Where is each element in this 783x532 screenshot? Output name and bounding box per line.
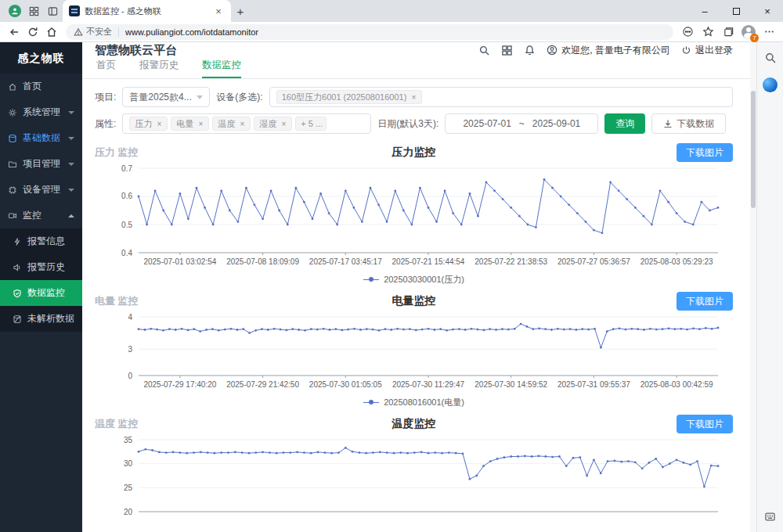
svg-text:2025-07-31 09:55:37: 2025-07-31 09:55:37 [557,380,630,389]
sidebar-item-device[interactable]: 设备管理 [0,177,82,203]
workspaces-icon[interactable] [27,4,41,18]
browser-toolbar: 不安全 www.puliangiot.com/iotdatamonitor 7 [0,22,783,42]
svg-text:0.5: 0.5 [121,221,132,229]
chevron-up-icon [68,214,74,217]
temperature-chart-canvas[interactable]: 35302520 [95,433,729,532]
download-data-button[interactable]: 下载数据 [651,113,726,134]
battery-chart-canvas[interactable]: 4302025-07-29 17:40:202025-07-29 21:42:5… [95,311,729,396]
query-button[interactable]: 查询 [604,113,645,134]
sidebar-item-alarm-history[interactable]: 报警历史 [0,254,82,280]
sidebar-item-project[interactable]: 项目管理 [0,151,82,177]
tab-alarm-history[interactable]: 报警历史 [139,59,179,78]
svg-text:2025-07-29 21:42:50: 2025-07-29 21:42:50 [226,380,299,389]
date-range-input[interactable]: 2025-07-01 ~ 2025-09-01 [445,113,598,134]
refresh-icon[interactable] [23,23,42,41]
gear-icon [8,108,18,117]
chart-legend[interactable]: 202503030001(压力) [95,273,733,286]
header-apps-icon[interactable] [501,45,513,56]
filter-row-2: 属性: 压力× 电量× 温度× 湿度× + 5 ... 日期(默认3天): 20… [95,113,733,134]
sidebar-item-basedata[interactable]: 基础数据 [0,125,82,151]
home-icon [8,82,18,92]
header-bell-icon[interactable] [524,45,536,56]
header-search-icon[interactable] [478,45,490,56]
tag-close-icon[interactable]: × [279,119,288,128]
attribute-multiselect[interactable]: 压力× 电量× 温度× 湿度× + 5 ... [122,113,371,134]
app-root: 感之物联 首页 系统管理 基础数据 项目管理 [0,42,750,532]
close-button[interactable]: × [752,0,783,22]
browser-avatar[interactable]: 7 [739,23,758,41]
svg-text:2025-07-08 18:09:09: 2025-07-08 18:09:09 [226,257,299,266]
tab-data-monitor[interactable]: 数据监控 [202,59,241,78]
browser-tab[interactable]: 数据监控 - 感之物联 × [63,0,231,22]
sidebar-settings-icon[interactable] [763,509,778,524]
date-end[interactable]: 2025-09-01 [532,118,580,129]
minimize-button[interactable]: – [689,0,720,22]
chip-icon [8,185,18,195]
sidebar-item-system[interactable]: 系统管理 [0,99,82,125]
pressure-chart-canvas[interactable]: 0.70.60.50.42025-07-01 03:02:542025-07-0… [95,162,729,273]
app-logo: 感之物联 [0,42,82,74]
chart-title: 温度监控 [95,417,733,431]
home-icon[interactable] [42,23,61,41]
download-image-button[interactable]: 下载图片 [677,143,733,162]
sidebar-item-home[interactable]: 首页 [0,74,82,99]
project-select[interactable]: 普量2025款4... [122,87,210,107]
attr-tag: 压力× [129,117,168,131]
toolbar-right-icons: 7 [678,23,778,41]
attr-tag: 电量× [171,117,209,131]
tag-close-icon[interactable]: × [196,119,205,128]
section-label: 压力 监控 [95,146,139,160]
welcome-text[interactable]: 欢迎您, 普量电子有限公司 [547,44,670,57]
page-scrollbar[interactable] [750,42,756,532]
section-label: 电量 监控 [95,294,139,308]
more-menu-icon[interactable] [760,23,778,41]
new-tab-button[interactable]: + [231,2,250,20]
tag-close-icon[interactable]: × [154,119,164,128]
sidebar-item-data-monitor[interactable]: 数据监控 [0,280,82,306]
download-image-button[interactable]: 下载图片 [677,415,733,433]
sidebar-item-unparsed-data[interactable]: 未解析数据 [0,306,82,332]
favorite-star-icon[interactable] [698,23,717,41]
sidebar-search-icon[interactable] [763,50,778,66]
download-image-button[interactable]: 下载图片 [677,292,733,311]
collections-icon[interactable] [719,23,738,41]
attr-more-tag[interactable]: + 5 ... [295,117,327,131]
device-multiselect[interactable]: 160型压力6001 (202508016001) × [269,87,733,107]
url-text[interactable]: www.puliangiot.com/iotdatamonitor [125,27,258,37]
tab-home[interactable]: 首页 [96,59,116,78]
back-icon[interactable] [5,23,23,41]
svg-text:2025-08-03 00:42:59: 2025-08-03 00:42:59 [640,380,713,389]
maximize-button[interactable] [720,0,752,22]
svg-text:2025-07-30 11:29:47: 2025-07-30 11:29:47 [392,380,465,389]
logout-button[interactable]: 退出登录 [681,44,733,57]
svg-text:20: 20 [124,508,133,516]
sidebar-item-monitor[interactable]: 监控 [0,203,82,228]
copilot-icon[interactable] [763,77,778,92]
svg-text:2025-07-22 21:38:53: 2025-07-22 21:38:53 [474,257,547,266]
chevron-down-icon [68,163,74,166]
chevron-down-icon [197,95,203,99]
page-title: 智慧物联云平台 [95,43,177,58]
svg-text:0: 0 [128,372,132,380]
svg-text:2025-07-01 03:02:54: 2025-07-01 03:02:54 [143,257,216,266]
window-controls: – × [689,0,783,22]
tab-title: 数据监控 - 感之物联 [85,5,207,17]
tag-close-icon[interactable]: × [237,119,247,128]
ellipsis-circle-icon[interactable] [678,23,697,41]
sidebar-item-alarm-info[interactable]: 报警信息 [0,228,82,254]
svg-text:2025-07-30 14:59:52: 2025-07-30 14:59:52 [474,380,547,389]
tag-close-icon[interactable]: × [409,92,418,102]
tab-close-icon[interactable]: × [212,5,225,17]
camera-icon [8,211,18,221]
chart-legend[interactable]: 202508016001(电量) [95,396,733,408]
security-warning[interactable]: 不安全 [74,26,112,38]
scrollbar-thumb[interactable] [751,91,756,208]
address-bar[interactable]: 不安全 www.puliangiot.com/iotdatamonitor [66,24,673,40]
date-start[interactable]: 2025-07-01 [463,118,511,129]
edge-sidebar [756,42,783,532]
svg-text:0.4: 0.4 [121,249,132,257]
legend-marker-icon [363,276,379,282]
browser-titlebar: 数据监控 - 感之物联 × + – × [0,0,783,22]
browser-profile-icon[interactable] [8,4,22,18]
vertical-tabs-icon[interactable] [45,4,60,18]
